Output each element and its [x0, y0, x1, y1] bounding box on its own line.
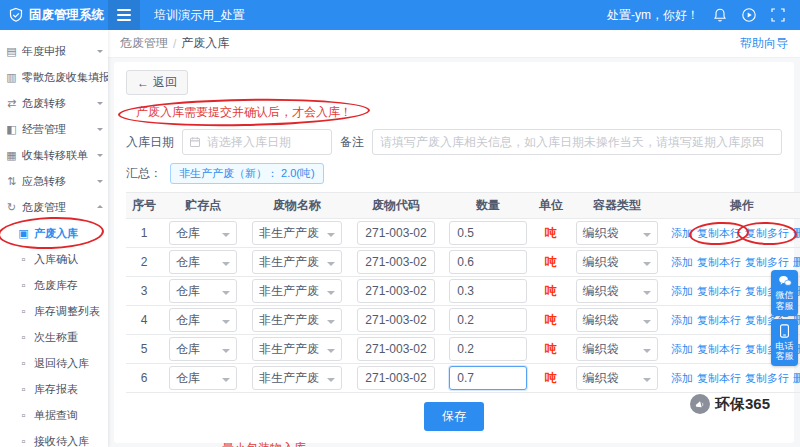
copy-multi-link[interactable]: 复制多行 [745, 372, 789, 384]
confirm-icon: ▫ [17, 253, 30, 265]
back-button[interactable]: ← 返回 [126, 70, 188, 95]
copy-multi-link[interactable]: 复制多行 [745, 256, 789, 268]
help-guide-link[interactable]: 帮助向导 [740, 35, 788, 52]
sidebar-item-waste-inbound[interactable]: ▣ 产废入库 [0, 220, 108, 246]
sidebar-item-operation-management[interactable]: ◧ 经营管理 [0, 116, 108, 142]
date-label: 入库日期 [126, 134, 174, 151]
note-input[interactable] [372, 129, 782, 155]
chevron-down-icon [327, 349, 335, 357]
calendar-icon [189, 136, 201, 148]
quantity-input[interactable] [449, 221, 526, 245]
wechat-service-button[interactable]: 微信客服 [771, 270, 798, 316]
fullscreen-icon[interactable] [770, 7, 786, 23]
sidebar-item-hazwaste-inventory[interactable]: ▫ 危废库存 [0, 272, 108, 298]
sidebar-item-collection-transfer-manifest[interactable]: ▦ 收集转移联单 [0, 142, 108, 168]
scattered-collection-icon: ▥ [5, 71, 18, 84]
waste-code-input[interactable] [357, 279, 434, 303]
quantity-input[interactable] [449, 308, 526, 332]
copy-row-link[interactable]: 复制本行 [697, 372, 741, 384]
container-select[interactable]: 编织袋 [576, 250, 659, 274]
copy-row-link[interactable]: 复制本行 [697, 343, 741, 355]
sidebar-item-return-pending-inbound[interactable]: ▫ 退回待入库 [0, 350, 108, 376]
waste-name-select[interactable]: 非生产产废 [252, 337, 342, 361]
waste-name-select[interactable]: 非生产产废 [252, 221, 342, 245]
quantity-input[interactable] [449, 250, 526, 274]
waste-code-input[interactable] [357, 337, 434, 361]
waste-name-select[interactable]: 非生产产废 [252, 279, 342, 303]
waste-name-select[interactable]: 非生产产废 [252, 250, 342, 274]
waste-code-input[interactable] [357, 250, 434, 274]
copy-row-link[interactable]: 复制本行 [697, 256, 741, 268]
breadcrumb-parent[interactable]: 危废管理 [120, 35, 168, 52]
table-row: 6 仓库 非生产产废 吨 编织袋 添加复制本行复制多行删除 [126, 364, 800, 393]
quantity-input[interactable] [449, 279, 526, 303]
add-link[interactable]: 添加 [671, 227, 693, 239]
add-link[interactable]: 添加 [671, 314, 693, 326]
column-header-quantity: 数量 [442, 193, 534, 219]
sidebar-item-document-query[interactable]: ▫ 单据查询 [0, 402, 108, 428]
wechat-icon [778, 275, 792, 287]
container-select[interactable]: 编织袋 [576, 279, 659, 303]
topbar: 固废管理系统 培训演示用_处置 处置-ym，你好！ [0, 0, 800, 30]
container-select[interactable]: 编织袋 [576, 337, 659, 361]
sidebar-item-inventory-adjust-list[interactable]: ▫ 库存调整列表 [0, 298, 108, 324]
save-button[interactable]: 保存 [424, 402, 484, 431]
phone-service-button[interactable]: 电话客服 [771, 319, 798, 367]
copy-multi-link[interactable]: 复制多行 [745, 227, 789, 239]
table-row: 2 仓库 非生产产废 吨 编织袋 添加复制本行复制多行删除 [126, 248, 800, 277]
copy-row-link[interactable]: 复制本行 [697, 285, 741, 297]
sidebar-item-scattered-hazwaste-report[interactable]: ▥ 零散危废收集填报 [0, 64, 108, 90]
annual-report-icon: ▤ [5, 45, 18, 58]
transfer-icon: ⇄ [5, 97, 18, 110]
sidebar-item-annual-declaration[interactable]: ▤ 年度申报 [0, 38, 108, 64]
waste-code-input[interactable] [357, 366, 434, 390]
chevron-down-icon [327, 378, 335, 386]
storage-select[interactable]: 仓库 [169, 366, 237, 390]
add-link[interactable]: 添加 [671, 256, 693, 268]
copy-row-link[interactable]: 复制本行 [697, 227, 741, 239]
storage-select[interactable]: 仓库 [169, 279, 237, 303]
chevron-down-icon [643, 378, 651, 386]
storage-select[interactable]: 仓库 [169, 337, 237, 361]
container-select[interactable]: 编织袋 [576, 308, 659, 332]
chevron-down-icon [327, 320, 335, 328]
waste-name-select[interactable]: 非生产产废 [252, 366, 342, 390]
storage-select[interactable]: 仓库 [169, 221, 237, 245]
sidebar-item-hazwaste-management[interactable]: ↻ 危废管理 [0, 194, 108, 220]
container-select[interactable]: 编织袋 [576, 221, 659, 245]
delete-link[interactable]: 删除 [793, 227, 800, 239]
video-help-icon[interactable] [741, 7, 757, 23]
sidebar-item-secondary-weighing[interactable]: ▫ 次生称重 [0, 324, 108, 350]
inbound-date-input[interactable] [182, 129, 332, 155]
unit-label: 吨 [545, 371, 557, 385]
add-link[interactable]: 添加 [671, 285, 693, 297]
container-select[interactable]: 编织袋 [576, 366, 659, 390]
menu-toggle-button[interactable] [108, 0, 140, 30]
copy-row-link[interactable]: 复制本行 [697, 314, 741, 326]
delete-link[interactable]: 删除 [793, 256, 800, 268]
sidebar-item-emergency-transfer[interactable]: ⇅ 应急转移 [0, 168, 108, 194]
sidebar-item-receive-pending-inbound[interactable]: ▫ 接收待入库 [0, 428, 108, 447]
phone-icon [779, 324, 790, 338]
chevron-down-icon [327, 262, 335, 270]
quantity-input[interactable] [449, 337, 526, 361]
weighing-icon: ▫ [17, 331, 30, 343]
storage-select[interactable]: 仓库 [169, 250, 237, 274]
delete-link[interactable]: 删除 [793, 372, 800, 384]
chevron-down-icon [222, 262, 230, 270]
waste-name-select[interactable]: 非生产产废 [252, 308, 342, 332]
waste-code-input[interactable] [357, 221, 434, 245]
quantity-input[interactable] [449, 366, 526, 390]
waste-code-input[interactable] [357, 308, 434, 332]
sidebar-item-inbound-confirm[interactable]: ▫ 入库确认 [0, 246, 108, 272]
bell-icon[interactable] [712, 7, 728, 23]
table-row: 4 仓库 非生产产废 吨 编织袋 添加复制本行复制多行删除 [126, 306, 800, 335]
workspace-tab[interactable]: 培训演示用_处置 [140, 0, 259, 30]
storage-select[interactable]: 仓库 [169, 308, 237, 332]
row-number: 3 [141, 284, 148, 298]
sidebar-item-hazwaste-transfer[interactable]: ⇄ 危废转移 [0, 90, 108, 116]
sidebar-item-inventory-report[interactable]: ▫ 库存报表 [0, 376, 108, 402]
add-link[interactable]: 添加 [671, 372, 693, 384]
column-header-actions: 操作 [666, 193, 800, 219]
add-link[interactable]: 添加 [671, 343, 693, 355]
